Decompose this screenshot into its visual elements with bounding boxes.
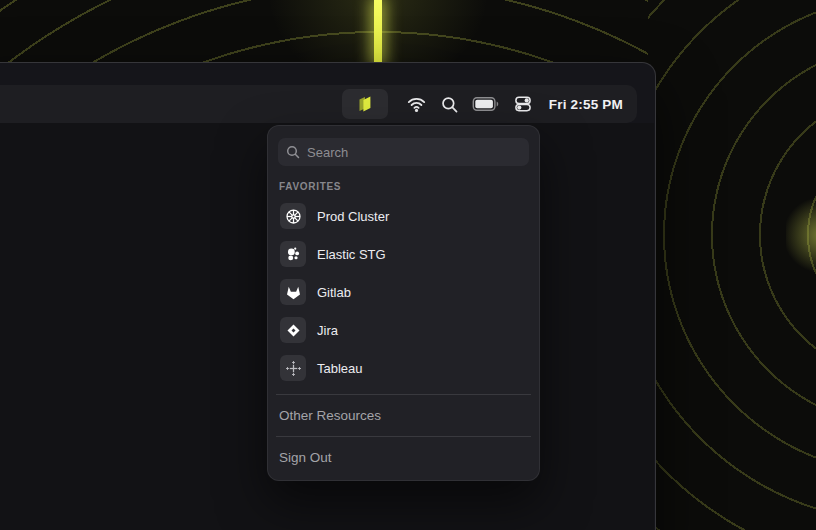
menu-item-other-resources[interactable]: Other Resources xyxy=(268,395,539,436)
app-logo-icon xyxy=(354,93,376,115)
kubernetes-icon xyxy=(280,203,306,229)
menu-item-label: Jira xyxy=(317,323,338,338)
search-input[interactable] xyxy=(307,145,521,160)
jira-icon xyxy=(280,317,306,343)
menubar-clock[interactable]: Fri 2:55 PM xyxy=(549,97,623,112)
menu-item-label: Elastic STG xyxy=(317,247,386,262)
app-dropdown-menu: FAVORITES Prod Cluster xyxy=(267,125,540,481)
menu-item-sign-out[interactable]: Sign Out xyxy=(268,437,539,480)
tableau-icon xyxy=(280,355,306,381)
menu-item-jira[interactable]: Jira xyxy=(268,311,539,349)
menu-item-prod-cluster[interactable]: Prod Cluster xyxy=(268,197,539,235)
menu-item-label: Prod Cluster xyxy=(317,209,389,224)
spotlight-search-icon[interactable] xyxy=(440,95,459,114)
right-edge-glow xyxy=(786,185,816,285)
battery-icon[interactable] xyxy=(472,97,500,111)
gitlab-icon xyxy=(280,279,306,305)
wifi-icon[interactable] xyxy=(406,94,427,114)
menu-item-elastic-stg[interactable]: Elastic STG xyxy=(268,235,539,273)
control-center-icon[interactable] xyxy=(513,94,533,114)
menu-item-gitlab[interactable]: Gitlab xyxy=(268,273,539,311)
search-icon xyxy=(286,145,300,159)
menu-bar: Fri 2:55 PM xyxy=(0,85,637,123)
app-logo-button[interactable] xyxy=(342,89,388,119)
menu-item-label: Tableau xyxy=(317,361,363,376)
elastic-cluster-icon xyxy=(280,241,306,267)
search-field[interactable] xyxy=(278,138,529,166)
favorites-section-label: FAVORITES xyxy=(279,181,529,192)
menu-item-label: Gitlab xyxy=(317,285,351,300)
yellow-beam xyxy=(374,0,382,64)
menu-item-tableau[interactable]: Tableau xyxy=(268,349,539,387)
